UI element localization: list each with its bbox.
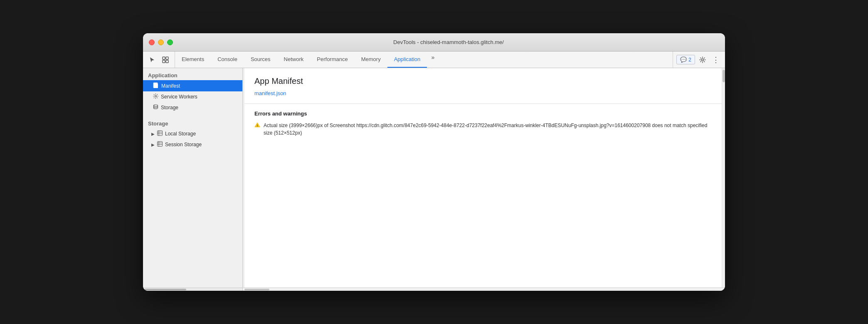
inspect-icon[interactable] [160, 54, 171, 66]
maximize-button[interactable] [167, 39, 173, 45]
vertical-dots-icon[interactable]: ⋮ [710, 54, 722, 66]
errors-title: Errors and warnings [254, 110, 712, 117]
bottom-scrollbar-area [143, 287, 725, 291]
tab-application[interactable]: Application [387, 52, 427, 68]
sidebar-item-storage[interactable]: Storage [143, 102, 242, 113]
traffic-lights [149, 39, 173, 45]
tab-bar: Elements Console Sources Network Perform… [175, 52, 673, 68]
toolbar: Elements Console Sources Network Perform… [143, 52, 725, 68]
panel-scroll-thumb[interactable] [244, 289, 269, 290]
error-text: Actual size (3999×2666)px of Screenshot … [264, 122, 712, 137]
app-manifest-section: App Manifest manifest.json [244, 68, 722, 104]
error-item: ! Actual size (3999×2666)px of Screensho… [254, 122, 712, 137]
sidebar-item-service-workers[interactable]: Service Workers [143, 91, 242, 102]
manifest-json-link[interactable]: manifest.json [254, 90, 286, 96]
svg-point-4 [702, 59, 704, 61]
svg-rect-8 [158, 131, 163, 136]
toolbar-right: 💬 2 ⋮ [673, 52, 725, 68]
svg-rect-12 [158, 142, 163, 147]
cursor-icon[interactable] [146, 54, 158, 66]
right-scrollbar[interactable] [722, 68, 725, 287]
local-storage-table-icon [157, 130, 163, 137]
panel-title: App Manifest [254, 76, 712, 86]
tab-elements[interactable]: Elements [175, 52, 211, 68]
main-panel: App Manifest manifest.json Errors and wa… [244, 68, 722, 287]
sidebar-scroll-thumb[interactable] [145, 289, 186, 290]
devtools-window: DevTools - chiseled-mammoth-talos.glitch… [143, 33, 725, 291]
svg-rect-0 [163, 57, 165, 59]
close-button[interactable] [149, 39, 155, 45]
manifest-icon [153, 82, 159, 89]
tab-console[interactable]: Console [211, 52, 244, 68]
gear-icon [153, 93, 158, 100]
minimize-button[interactable] [158, 39, 164, 45]
session-storage-table-icon [157, 141, 163, 148]
sidebar-section-storage: Storage [143, 116, 242, 128]
sidebar-section-application: Application [143, 68, 242, 80]
panel-scroll-track[interactable] [243, 288, 725, 291]
more-tabs-button[interactable]: » [427, 52, 439, 63]
sidebar-item-session-storage[interactable]: ▶ Session Storage [143, 139, 242, 150]
warning-icon: ! [254, 122, 260, 130]
tab-performance[interactable]: Performance [310, 52, 354, 68]
expand-session-storage-icon: ▶ [151, 142, 155, 147]
storage-icon [153, 104, 158, 111]
svg-rect-3 [166, 60, 168, 63]
titlebar: DevTools - chiseled-mammoth-talos.glitch… [143, 33, 725, 52]
chat-icon: 💬 [680, 56, 687, 63]
sidebar-item-manifest[interactable]: Manifest [143, 80, 242, 91]
main-content: Application Manifest [143, 68, 725, 287]
sidebar-scroll-track[interactable] [143, 288, 243, 291]
errors-section: Errors and warnings ! Actual size (3999×… [244, 104, 722, 287]
scrollbar-thumb[interactable] [723, 70, 725, 82]
sidebar-item-local-storage[interactable]: ▶ Local Storage [143, 128, 242, 139]
settings-icon[interactable] [697, 54, 708, 66]
svg-rect-1 [166, 57, 168, 59]
tab-network[interactable]: Network [277, 52, 311, 68]
window-title: DevTools - chiseled-mammoth-talos.glitch… [178, 39, 719, 45]
toolbar-left-icons [143, 52, 175, 68]
svg-rect-2 [163, 60, 165, 63]
sidebar: Application Manifest [143, 68, 243, 287]
svg-text:!: ! [257, 124, 258, 128]
expand-local-storage-icon: ▶ [151, 132, 155, 136]
tab-sources[interactable]: Sources [244, 52, 277, 68]
messages-badge-button[interactable]: 💬 2 [676, 55, 695, 64]
tab-memory[interactable]: Memory [355, 52, 387, 68]
svg-point-6 [155, 96, 157, 97]
svg-point-7 [154, 105, 158, 106]
